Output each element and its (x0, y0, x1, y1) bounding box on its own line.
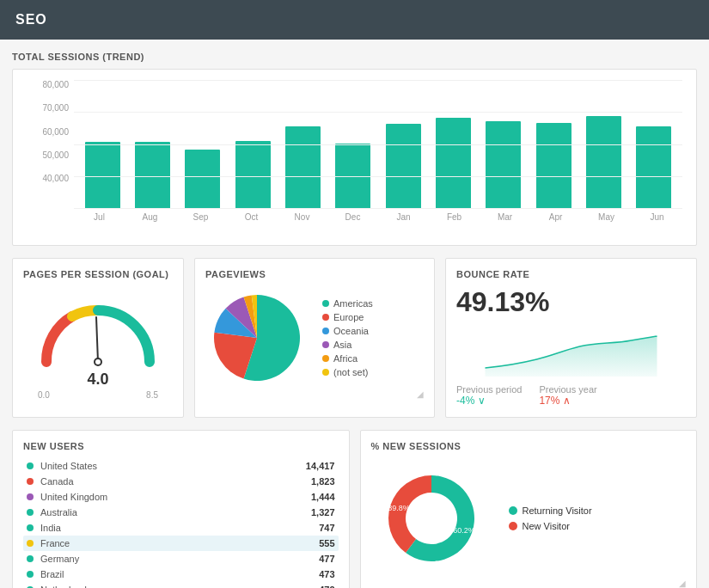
donut-segment (388, 475, 431, 553)
bar (436, 118, 471, 210)
table-row: Australia1,327 (23, 505, 339, 520)
pageviews-card: PAGEVIEWS AmericasEuropeOceaniaAsiaAfric… (194, 258, 435, 418)
bar-label: Jul (74, 212, 125, 222)
user-count: 1,327 (311, 507, 335, 518)
bounce-footer: Previous period -4% ∨ Previous year 17% … (456, 384, 686, 407)
y-axis: 80,00070,00060,00050,00040,000 (27, 80, 74, 183)
legend-label: Oceania (333, 326, 369, 336)
bar-item (328, 80, 378, 209)
gauge-value: 4.0 (87, 371, 108, 389)
legend-label: Asia (333, 340, 351, 350)
bounce-sparkline (456, 325, 686, 377)
bar-item (127, 80, 177, 209)
new-sessions-resize[interactable]: ◢ (371, 579, 687, 588)
country-dot (27, 571, 34, 578)
user-count: 473 (319, 569, 334, 579)
bar-item (428, 80, 478, 209)
bar-label: Jan (378, 212, 429, 222)
period-delta-1: -4% ∨ (456, 395, 522, 407)
header: SEO (0, 0, 709, 40)
y-label: 70,000 (27, 103, 74, 113)
bar (185, 150, 220, 209)
table-row: Brazil473 (23, 567, 339, 582)
table-row: France555 (23, 536, 339, 551)
user-count: 747 (319, 523, 334, 533)
middle-row: PAGES PER SESSION (GOAL) 4.0 (12, 258, 697, 418)
legend-item: Africa (322, 353, 373, 364)
bar-item (378, 80, 428, 209)
resize-handle[interactable]: ◢ (205, 389, 424, 399)
user-count: 1,823 (311, 476, 335, 487)
ns-label: Returning Visitor (523, 505, 592, 516)
period-delta-2: 17% ∧ (539, 395, 596, 407)
country-dot (27, 493, 34, 500)
country-name: Australia (40, 507, 311, 518)
bar-item (228, 80, 278, 209)
legend-item: Europe (322, 312, 373, 322)
bar (586, 116, 621, 209)
legend-label: (not set) (333, 367, 368, 377)
bar-item (578, 80, 628, 209)
bar (235, 141, 271, 210)
gauge-max: 8.5 (146, 390, 158, 400)
svg-point-2 (95, 359, 101, 364)
sessions-donut: 60.2%39.8% (371, 458, 492, 579)
legend-dot (322, 314, 329, 321)
ns-dot (509, 506, 517, 515)
total-sessions-section: TOTAL SESSIONS (TREND) 80,00070,00060,00… (12, 52, 697, 246)
user-count: 555 (319, 538, 334, 548)
bar-item (178, 80, 228, 209)
ns-label: New Visitor (523, 521, 570, 531)
bar-label: Oct (226, 212, 277, 222)
pageviews-title: PAGEVIEWS (205, 269, 424, 279)
pps-title: PAGES PER SESSION (GOAL) (23, 269, 173, 279)
user-count: 472 (319, 585, 334, 588)
legend-item: Americas (322, 298, 373, 309)
legend-label: Americas (333, 298, 373, 309)
bar (486, 121, 521, 209)
period-label-2: Previous year (539, 384, 596, 395)
y-label: 50,000 (27, 150, 74, 160)
user-count: 1,444 (311, 492, 335, 502)
bar-label: May (581, 212, 632, 222)
country-name: Canada (40, 476, 311, 487)
ns-dot (509, 522, 517, 530)
pie-section: AmericasEuropeOceaniaAsiaAfrica(not set) (205, 286, 424, 389)
bar (335, 144, 370, 210)
bottom-row: NEW USERS United States14,417Canada1,823… (12, 430, 697, 588)
sessions-legend: Returning VisitorNew Visitor (509, 505, 592, 531)
bounce-value: 49.13% (456, 286, 686, 318)
table-row: India747 (23, 520, 339, 536)
gauge-min: 0.0 (38, 390, 50, 400)
bar (135, 142, 170, 209)
bar-item (479, 80, 529, 209)
bar-label: Feb (429, 212, 480, 222)
bar (386, 124, 421, 209)
bar-item (629, 80, 679, 209)
country-dot (27, 509, 34, 516)
legend-item: (not set) (322, 367, 373, 377)
legend-dot (322, 341, 329, 348)
country-name: India (40, 523, 319, 533)
country-name: France (40, 538, 319, 548)
bar (536, 123, 571, 210)
ns-legend-item: Returning Visitor (509, 505, 592, 516)
country-name: United Kingdom (40, 492, 311, 502)
bounce-title: BOUNCE RATE (456, 269, 686, 279)
y-label: 40,000 (27, 174, 74, 183)
bar (636, 126, 671, 209)
new-sessions-title: % NEW SESSIONS (371, 441, 687, 451)
country-dot (27, 540, 34, 547)
total-sessions-card: 80,00070,00060,00050,00040,000 JulAugSep… (12, 69, 697, 246)
y-label: 80,000 (27, 80, 74, 89)
legend-item: Asia (322, 340, 373, 350)
legend-label: Europe (333, 312, 364, 322)
bounce-rate-card: BOUNCE RATE 49.13% Previous period -4% ∨ (445, 258, 697, 418)
bar-label: Dec (327, 212, 378, 222)
bounce-previous-year: Previous year 17% ∧ (539, 384, 596, 407)
table-row: United States14,417 (23, 458, 339, 474)
country-dot (27, 555, 34, 562)
users-table: United States14,417Canada1,823United Kin… (23, 458, 339, 588)
pageviews-pie (205, 286, 309, 389)
bar-label: Nov (277, 212, 327, 222)
